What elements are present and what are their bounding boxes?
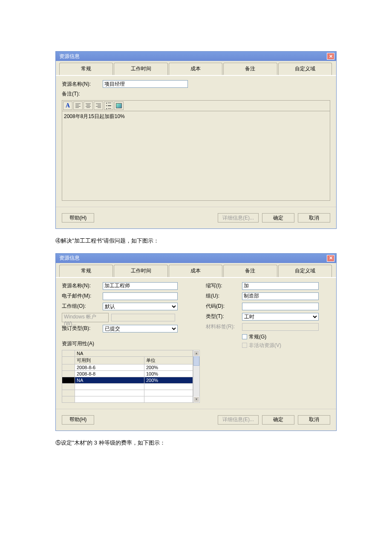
resource-name-label: 资源名称(N): xyxy=(62,282,100,289)
tab-worktime[interactable]: 工作时间 xyxy=(114,265,167,277)
scroll-down-button[interactable]: ▾ xyxy=(193,396,199,402)
tab-custom[interactable]: 自定义域 xyxy=(278,63,332,75)
type-select[interactable]: 工时 xyxy=(242,313,319,321)
close-button[interactable]: ✕ xyxy=(327,53,334,60)
resource-name-input[interactable] xyxy=(103,80,188,88)
availability-table[interactable]: NA 可用到单位 2008-8-6200% 2008-8-8100% NA200… xyxy=(62,350,193,403)
type-label: 类型(T): xyxy=(206,313,242,320)
code-label: 代码(D): xyxy=(206,303,242,310)
code-input[interactable] xyxy=(242,303,319,310)
email-label: 电子邮件(M): xyxy=(62,292,100,300)
tab-row: 常规 工作时间 成本 备注 自定义域 xyxy=(56,263,336,278)
notes-textarea[interactable]: 2008年8月15日起加薪10% xyxy=(62,111,330,201)
insert-object-button[interactable] xyxy=(114,101,124,110)
tab-notes[interactable]: 备注 xyxy=(223,265,277,277)
avail-row-selected: NA200% xyxy=(62,377,193,383)
font-button[interactable]: A xyxy=(63,101,72,110)
cancel-button[interactable]: 取消 xyxy=(298,415,330,425)
titlebar: 资源信息 ✕ xyxy=(56,254,336,263)
caption-1: ④解决"加工工程书"请假问题，如下图示： xyxy=(55,237,337,246)
windows-account-input xyxy=(111,314,175,321)
generic-checkbox-label: 常规(G) xyxy=(249,333,266,341)
dialog-title: 资源信息 xyxy=(59,53,80,60)
avail-header-unit: 单位 xyxy=(144,356,193,364)
scroll-thumb[interactable] xyxy=(193,356,199,366)
details-button: 详细信息(E)... xyxy=(218,213,259,223)
notes-label: 备注(T): xyxy=(62,90,100,98)
tab-general[interactable]: 常规 xyxy=(59,265,113,277)
tab-cost[interactable]: 成本 xyxy=(169,265,222,277)
booking-type-label: 预订类型(B): xyxy=(62,325,100,332)
windows-account-button: Windows 帐户(W)... xyxy=(62,313,109,322)
material-label-label: 材料标签(R): xyxy=(206,323,242,330)
help-button[interactable]: 帮助(H) xyxy=(62,213,94,223)
avail-row: 2008-8-6200% xyxy=(62,364,193,370)
workgroup-label: 工作组(O): xyxy=(62,303,100,310)
tab-worktime[interactable]: 工作时间 xyxy=(114,63,167,75)
details-button: 详细信息(E)... xyxy=(218,415,259,425)
dialog-body: 资源名称(N): 电子邮件(M): 工作组(O): 默认 Windows 帐户(… xyxy=(56,278,336,409)
availability-label: 资源可用性(A) xyxy=(62,340,100,347)
dialog-body: 资源名称(N): 备注(T): A 2008年8月15日起加薪10% xyxy=(56,76,336,207)
dialog-title: 资源信息 xyxy=(59,254,80,262)
resource-name-label: 资源名称(N): xyxy=(62,81,100,88)
scroll-track[interactable] xyxy=(193,366,199,396)
scroll-up-button[interactable]: ▴ xyxy=(193,350,199,356)
material-label-input xyxy=(242,323,319,331)
ok-button[interactable]: 确定 xyxy=(262,213,294,223)
workgroup-select[interactable]: 默认 xyxy=(103,303,178,310)
avail-row-empty xyxy=(62,383,193,390)
align-left-button[interactable] xyxy=(73,101,83,110)
help-button[interactable]: 帮助(H) xyxy=(62,415,94,425)
notes-toolbar: A xyxy=(62,100,330,111)
avail-row-empty xyxy=(62,390,193,396)
tab-general[interactable]: 常规 xyxy=(59,63,113,75)
resource-name-input[interactable] xyxy=(103,282,178,290)
avail-header-date: 可用到 xyxy=(75,356,144,364)
inactive-checkbox-label: 非活动资源(V) xyxy=(249,342,281,349)
tab-custom[interactable]: 自定义域 xyxy=(278,265,332,277)
inactive-checkbox xyxy=(242,343,247,348)
booking-type-select[interactable]: 已提交 xyxy=(103,325,178,332)
initials-label: 缩写(I): xyxy=(206,282,242,289)
resource-info-dialog-2: 资源信息 ✕ 常规 工作时间 成本 备注 自定义域 资源名称(N): 电子邮件(… xyxy=(55,253,337,431)
close-button[interactable]: ✕ xyxy=(327,255,334,262)
align-right-button[interactable] xyxy=(94,101,103,110)
ok-button[interactable]: 确定 xyxy=(262,415,294,425)
tab-cost[interactable]: 成本 xyxy=(169,63,222,75)
resource-info-dialog-1: 资源信息 ✕ 常规 工作时间 成本 备注 自定义域 资源名称(N): 备注(T)… xyxy=(55,51,337,229)
avail-top-cell: NA xyxy=(75,350,193,356)
titlebar: 资源信息 ✕ xyxy=(56,52,336,61)
bullet-list-button[interactable] xyxy=(104,101,113,110)
cancel-button[interactable]: 取消 xyxy=(298,213,330,223)
generic-checkbox[interactable] xyxy=(242,334,247,339)
tab-row: 常规 工作时间 成本 备注 自定义域 xyxy=(56,61,336,76)
email-input[interactable] xyxy=(103,292,178,300)
avail-row-empty xyxy=(62,396,193,402)
availability-table-wrap: NA 可用到单位 2008-8-6200% 2008-8-8100% NA200… xyxy=(62,350,200,403)
button-row: 帮助(H) 详细信息(E)... 确定 取消 xyxy=(56,409,336,431)
group-label: 组(U): xyxy=(206,292,242,300)
caption-2: ⑤设定"木材"的 3 种等级的费率，如下图示： xyxy=(55,439,337,448)
tab-notes[interactable]: 备注 xyxy=(223,63,277,75)
group-input[interactable] xyxy=(242,292,319,300)
availability-scrollbar[interactable]: ▴ ▾ xyxy=(193,350,200,403)
initials-input[interactable] xyxy=(242,282,319,290)
avail-row: 2008-8-8100% xyxy=(62,370,193,377)
button-row: 帮助(H) 详细信息(E)... 确定 取消 xyxy=(56,207,336,228)
align-center-button[interactable] xyxy=(84,101,93,110)
